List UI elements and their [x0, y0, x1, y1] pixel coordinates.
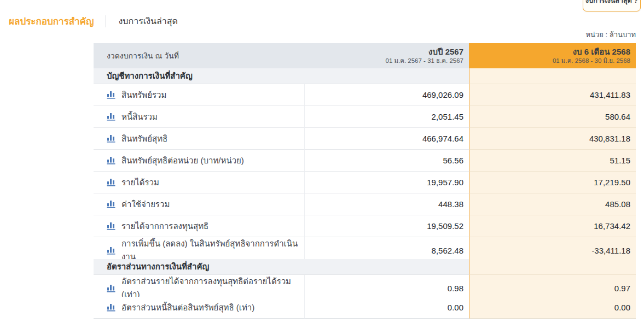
row-value-6m2568: 0.00 [469, 297, 636, 319]
header-col-fy2567[interactable]: งบปี 2567 01 ม.ค. 2567 - 31 ธ.ค. 2567 [305, 43, 469, 68]
section-header-row: บัญชีทางการเงินที่สำคัญ [94, 68, 636, 84]
row-value-6m2568: 431,411.83 [469, 84, 636, 106]
row-value-fy2567: 466,974.64 [305, 128, 469, 150]
latest-statement-tooltip[interactable]: งบการเงินล่าสุด ? [583, 0, 641, 11]
row-label: รายได้จากการลงทุนสุทธิ [121, 220, 208, 233]
row-value-6m2568: 17,219.50 [469, 172, 636, 193]
table-row: สินทรัพย์สุทธิ 466,974.64 430,831.18 [94, 128, 636, 150]
row-value-fy2567: 2,051.45 [305, 106, 469, 128]
row-value-fy2567: 469,026.09 [305, 84, 469, 106]
section-highlight-cell [469, 259, 636, 275]
latest-statement-tooltip-label: งบการเงินล่าสุด ? [585, 0, 638, 6]
table-row: อัตราส่วนรายได้จากการลงทุนสุทธิต่อรายได้… [94, 275, 636, 297]
row-label-cell: สินทรัพย์สุทธิต่อหน่วย (บาท/หน่วย) [94, 150, 305, 172]
header-col-6m2568-title: งบ 6 เดือน 2568 [573, 46, 630, 57]
row-label: สินทรัพย์สุทธิต่อหน่วย (บาท/หน่วย) [121, 154, 244, 167]
row-label-cell: รายได้รวม [94, 172, 305, 193]
row-value-fy2567: 0.00 [305, 297, 469, 319]
row-label-cell: อัตราส่วนหนี้สินต่อสินทรัพย์สุทธิ (เท่า) [94, 297, 305, 319]
row-label-cell: ค่าใช้จ่ายรวม [94, 193, 305, 215]
section-tabbar: ผลประกอบการสำคัญ งบการเงินล่าสุด [9, 14, 178, 28]
table-row: รายได้จากการลงทุนสุทธิ 19,509.52 16,734.… [94, 215, 636, 237]
bar-chart-icon[interactable] [107, 178, 115, 186]
header-period-label: งวดงบการเงิน ณ วันที่ [94, 43, 305, 68]
table-row: สินทรัพย์สุทธิต่อหน่วย (บาท/หน่วย) 56.56… [94, 150, 636, 172]
table-header-row: งวดงบการเงิน ณ วันที่ งบปี 2567 01 ม.ค. … [94, 43, 636, 68]
bar-chart-icon[interactable] [107, 156, 115, 164]
bar-chart-icon[interactable] [107, 222, 115, 230]
table-row: รายได้รวม 19,957.90 17,219.50 [94, 172, 636, 193]
row-label: รายได้รวม [121, 176, 159, 189]
row-label: ค่าใช้จ่ายรวม [121, 198, 170, 211]
bar-chart-icon[interactable] [107, 113, 115, 121]
section-title: อัตราส่วนทางการเงินที่สำคัญ [94, 259, 469, 275]
header-col-fy2567-title: งบปี 2567 [428, 46, 463, 57]
row-label: หนี้สินรวม [121, 110, 158, 124]
row-label-cell: สินทรัพย์รวม [94, 84, 305, 106]
row-label: สินทรัพย์รวม [121, 89, 166, 102]
unit-label: หน่วย : ล้านบาท [586, 29, 636, 40]
header-col-fy2567-range: 01 ม.ค. 2567 - 31 ธ.ค. 2567 [385, 57, 463, 65]
row-label: อัตราส่วนหนี้สินต่อสินทรัพย์สุทธิ (เท่า) [121, 301, 254, 314]
row-value-6m2568: 51.15 [469, 150, 636, 172]
bar-chart-icon[interactable] [107, 91, 115, 99]
row-value-fy2567: 56.56 [305, 150, 469, 172]
table-row: ค่าใช้จ่ายรวม 448.38 485.08 [94, 193, 636, 215]
section-highlight-cell [469, 68, 636, 84]
bar-chart-icon[interactable] [107, 134, 115, 143]
bar-chart-icon[interactable] [107, 200, 115, 208]
row-value-6m2568: 580.64 [469, 106, 636, 128]
table-body: บัญชีทางการเงินที่สำคัญ สินทรัพย์รวม 469… [94, 68, 636, 319]
table-row: การเพิ่มขึ้น (ลดลง) ในสินทรัพย์สุทธิจากก… [94, 237, 636, 259]
row-label-cell: หนี้สินรวม [94, 106, 305, 128]
row-label-cell: สินทรัพย์สุทธิ [94, 128, 305, 150]
section-header-row: อัตราส่วนทางการเงินที่สำคัญ [94, 259, 636, 275]
header-col-6m2568-range: 01 ม.ค. 2568 - 30 มิ.ย. 2568 [553, 57, 630, 65]
row-value-fy2567: 19,957.90 [305, 172, 469, 193]
row-value-fy2567: 19,509.52 [305, 215, 469, 237]
bar-chart-icon[interactable] [107, 284, 115, 292]
row-value-6m2568: 485.08 [469, 193, 636, 215]
row-value-6m2568: 430,831.18 [469, 128, 636, 150]
tab-divider [106, 15, 106, 27]
table-row: อัตราส่วนหนี้สินต่อสินทรัพย์สุทธิ (เท่า)… [94, 297, 636, 319]
tab-key-results[interactable]: ผลประกอบการสำคัญ [9, 14, 94, 28]
table-row: สินทรัพย์รวม 469,026.09 431,411.83 [94, 84, 636, 106]
bar-chart-icon[interactable] [107, 303, 115, 312]
table-row: หนี้สินรวม 2,051.45 580.64 [94, 106, 636, 128]
row-value-fy2567: 448.38 [305, 193, 469, 215]
financial-table: งวดงบการเงิน ณ วันที่ งบปี 2567 01 ม.ค. … [94, 43, 636, 319]
tab-latest-financials[interactable]: งบการเงินล่าสุด [118, 14, 177, 28]
page: งบการเงินล่าสุด ? ผลประกอบการสำคัญ งบการ… [0, 0, 644, 329]
row-label: สินทรัพย์สุทธิ [121, 132, 167, 145]
section-title: บัญชีทางการเงินที่สำคัญ [94, 68, 469, 84]
header-col-6m2568[interactable]: งบ 6 เดือน 2568 01 ม.ค. 2568 - 30 มิ.ย. … [469, 43, 636, 68]
row-value-6m2568: 16,734.42 [469, 215, 636, 237]
bar-chart-icon[interactable] [107, 246, 115, 255]
row-label-cell: รายได้จากการลงทุนสุทธิ [94, 215, 305, 237]
